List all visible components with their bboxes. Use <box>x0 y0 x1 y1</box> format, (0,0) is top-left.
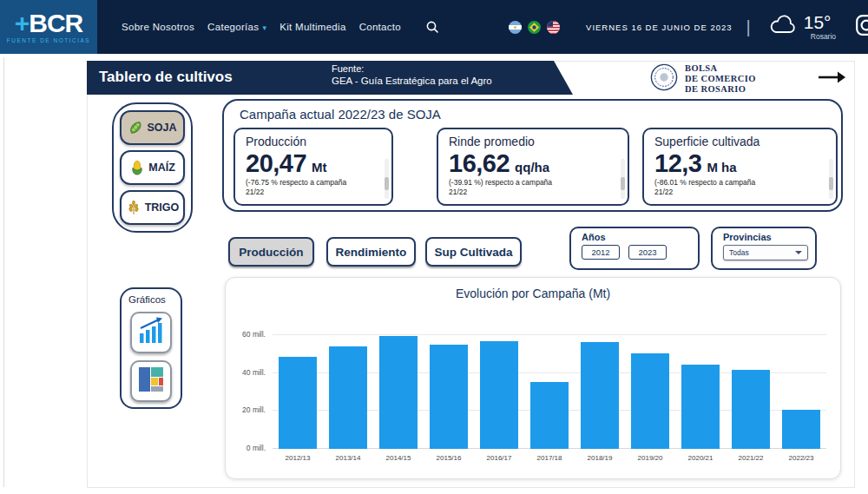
source-label: Fuente: <box>332 63 492 74</box>
logo-text: +BCR <box>15 11 83 36</box>
wheat-icon <box>126 200 141 215</box>
crop-label: MAÍZ <box>148 161 175 174</box>
bar-2015/16[interactable] <box>430 345 468 449</box>
bar-chart-icon <box>136 316 166 349</box>
flag-argentina-icon[interactable] <box>509 21 522 34</box>
crop-label: SOJA <box>147 122 176 134</box>
bar-chart-view-button[interactable] <box>130 312 172 353</box>
card-note-cont: 21/22 <box>449 188 617 197</box>
card-scrollbar[interactable] <box>621 159 625 199</box>
bar-2018/19[interactable] <box>581 342 619 449</box>
scrollbar-thumb[interactable] <box>829 177 833 190</box>
search-icon[interactable] <box>425 20 439 34</box>
provinces-label: Provincias <box>723 232 815 242</box>
brand-line-1: BOLSA <box>685 63 756 74</box>
language-flags <box>509 21 560 34</box>
logo-tagline: FUENTE DE NOTICIAS <box>7 37 90 43</box>
card-scrollbar[interactable] <box>385 159 389 199</box>
summary-card-superficie: Superficie cultivada 12,3 M ha (-86.01 %… <box>642 128 838 206</box>
bar-2013/14[interactable] <box>329 346 367 449</box>
bar-2017/18[interactable] <box>530 382 569 449</box>
provinces-selected-value: Todas <box>729 248 749 257</box>
next-arrow-button[interactable] <box>817 70 846 88</box>
tab-sup-cultivada[interactable]: Sup Cultivada <box>425 237 522 267</box>
y-axis: 0 mill.20 mill.40 mill.60 mill. <box>234 316 273 449</box>
y-axis-label: 0 mill. <box>247 444 266 452</box>
graphs-label: Gráficos <box>128 294 166 305</box>
bcr-brand: BOLSA DE COMERCIO DE ROSARIO <box>650 63 756 95</box>
x-axis-label: 2022/23 <box>780 454 822 462</box>
chart-panel: Evolución por Campaña (Mt) 0 mill.20 mil… <box>225 277 841 479</box>
arrow-right-icon <box>817 70 846 84</box>
dashboard-title: Tablero de cultivos <box>99 69 233 86</box>
bar-2022/23[interactable] <box>782 410 820 449</box>
card-value: 12,3 <box>654 149 701 178</box>
treemap-view-button[interactable] <box>130 360 172 402</box>
bars-row <box>273 316 826 449</box>
nav-link-kit-multimedia[interactable]: Kit Multimedia <box>279 22 345 32</box>
card-title: Superficie cultivada <box>654 135 825 148</box>
x-axis-label: 2013/14 <box>327 454 369 462</box>
provinces-group: Provincias Todas <box>711 227 817 270</box>
dropdown-caret-icon <box>795 251 802 254</box>
y-axis-label: 20 mill. <box>242 405 266 414</box>
graphs-panel: Gráficos <box>120 287 182 409</box>
bar-2019/20[interactable] <box>631 353 669 449</box>
card-note: (-76.75 % respecto a campaña <box>246 178 381 188</box>
card-note: (-39.91 %) respecto a campaña <box>449 178 617 188</box>
summary-card-rinde: Rinde promedio 16,62 qq/ha (-39.91 %) re… <box>437 128 629 206</box>
brand-line-2: DE COMERCIO <box>685 74 756 84</box>
instagram-icon[interactable] <box>855 14 868 40</box>
main-nav: Sobre Nosotros Categorías▾ Kit Multimedi… <box>122 22 401 32</box>
temperature-text: 15° <box>804 14 832 31</box>
card-note-cont: 21/22 <box>654 188 825 197</box>
years-group: Años <box>569 227 700 270</box>
crop-button-maiz[interactable]: MAÍZ <box>120 150 185 185</box>
flag-usa-icon[interactable] <box>547 21 560 34</box>
x-axis-label: 2014/15 <box>378 454 419 462</box>
tab-produccion[interactable]: Producción <box>228 237 314 267</box>
bcr-logo[interactable]: +BCR FUENTE DE NOTICIAS <box>0 0 97 54</box>
nav-link-sobre-nosotros[interactable]: Sobre Nosotros <box>122 22 194 32</box>
nav-link-contacto[interactable]: Contacto <box>359 22 401 32</box>
x-axis-label: 2017/18 <box>529 454 570 462</box>
navbar-divider: | <box>746 17 751 37</box>
card-value: 16,62 <box>449 149 510 178</box>
nav-link-categorias-label: Categorías <box>207 22 259 32</box>
nav-link-categorias[interactable]: Categorías▾ <box>207 22 266 32</box>
crop-button-soja[interactable]: SOJA <box>120 110 185 145</box>
bar-2020/21[interactable] <box>681 365 720 449</box>
treemap-icon <box>136 365 166 398</box>
crop-button-trigo[interactable]: TRIGO <box>120 190 185 225</box>
card-value: 20,47 <box>246 149 306 178</box>
dashboard-panel: Tablero de cultivos Fuente: GEA - Guía E… <box>87 61 855 488</box>
card-unit: M ha <box>707 160 736 175</box>
bcr-seal-icon <box>650 63 678 95</box>
bar-2016/17[interactable] <box>480 341 518 449</box>
bar-2012/13[interactable] <box>279 357 317 449</box>
x-axis-label: 2012/13 <box>277 454 319 462</box>
x-axis-label: 2020/21 <box>680 454 721 462</box>
flag-brazil-icon[interactable] <box>528 21 541 34</box>
x-axis: 2012/132013/142014/152015/162016/172017/… <box>273 454 826 462</box>
years-label: Años <box>582 232 698 242</box>
card-note-cont: 21/22 <box>246 188 381 197</box>
year-to-input[interactable] <box>628 245 667 260</box>
summary-title: Campaña actual 2022/23 de SOJA <box>240 107 841 122</box>
page-edge-line <box>3 57 4 487</box>
card-title: Producción <box>246 135 381 148</box>
corn-icon <box>129 160 145 175</box>
bar-2021/22[interactable] <box>732 370 770 449</box>
scrollbar-thumb[interactable] <box>385 177 389 190</box>
date-text: VIERNES 16 DE JUNIO DE 2023 <box>586 23 733 32</box>
tab-rendimiento[interactable]: Rendimiento <box>326 237 416 267</box>
chevron-down-icon: ▾ <box>262 23 266 32</box>
card-title: Rinde promedio <box>449 135 617 148</box>
bar-2014/15[interactable] <box>379 336 418 449</box>
soybean-icon <box>128 120 143 135</box>
provinces-dropdown[interactable]: Todas <box>723 245 808 260</box>
scrollbar-thumb[interactable] <box>621 177 625 190</box>
card-scrollbar[interactable] <box>829 159 833 199</box>
x-axis-label: 2018/19 <box>579 454 621 462</box>
year-from-input[interactable] <box>582 245 620 260</box>
